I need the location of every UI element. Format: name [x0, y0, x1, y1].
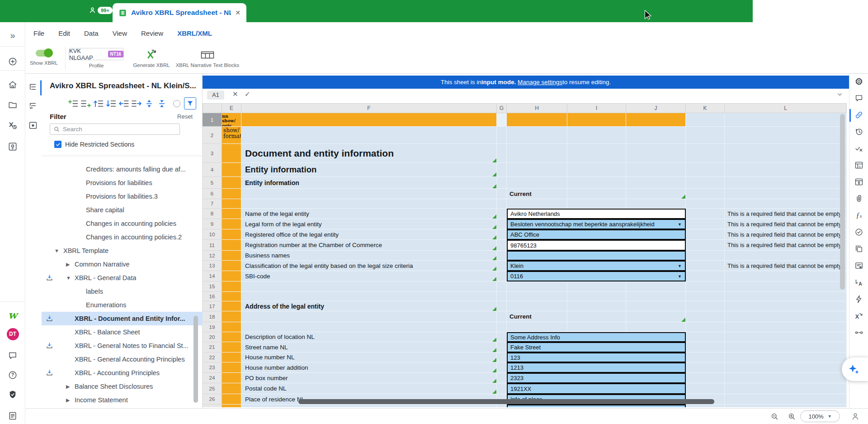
cell-K[interactable]	[686, 199, 725, 209]
cell-F-label[interactable]	[241, 292, 497, 301]
value-input[interactable]: 1213	[507, 362, 686, 373]
cell-K[interactable]	[686, 219, 725, 229]
cell-K[interactable]	[686, 405, 725, 407]
cell-I[interactable]	[567, 199, 626, 209]
validation-icon[interactable]	[849, 141, 868, 156]
quick-actions-icon[interactable]	[849, 291, 868, 307]
cell-E[interactable]	[222, 405, 241, 407]
vertical-scrollbar[interactable]	[840, 114, 845, 290]
row-number[interactable]: 25	[203, 383, 222, 394]
tree-item[interactable]: ▶Common Narrative	[42, 257, 203, 271]
cell-J[interactable]	[626, 127, 686, 144]
cell-J[interactable]	[626, 281, 686, 292]
column-header-E[interactable]: E	[222, 103, 241, 113]
tree-item[interactable]: Share capital	[42, 203, 203, 217]
row-number[interactable]: 8	[203, 209, 222, 219]
row-number[interactable]: 19	[203, 322, 222, 332]
history-icon[interactable]	[849, 124, 868, 139]
cell-K[interactable]	[686, 301, 725, 311]
release-notes-icon[interactable]	[0, 410, 25, 422]
cell-reference-box[interactable]: A1	[207, 91, 224, 100]
ai-assistant-button[interactable]	[842, 357, 868, 381]
cell-J[interactable]	[626, 163, 686, 177]
links-icon[interactable]	[849, 107, 868, 123]
cell-F-label[interactable]: Address of the legal entity	[241, 301, 497, 311]
filter-reset-button[interactable]: Reset	[177, 113, 193, 120]
chevron-right-icon[interactable]: ▶	[66, 262, 70, 267]
zoom-out-icon[interactable]	[770, 412, 779, 421]
cell-I[interactable]	[567, 189, 626, 199]
cell-F-label[interactable]: SBI-code	[241, 271, 497, 281]
cell-K[interactable]	[686, 292, 725, 301]
download-icon[interactable]	[45, 314, 54, 323]
cell-K[interactable]	[686, 383, 725, 394]
settings-icon[interactable]	[849, 74, 868, 89]
brand-w-icon[interactable]: w	[0, 308, 25, 321]
cell-G[interactable]	[497, 251, 507, 261]
cell-G[interactable]	[497, 373, 507, 383]
filter-toggle-button[interactable]	[184, 97, 196, 110]
cell-K[interactable]	[686, 163, 725, 177]
cell-E[interactable]	[222, 362, 241, 373]
cell-J[interactable]	[626, 301, 686, 311]
help-icon[interactable]: ?	[0, 369, 25, 381]
value-input[interactable]: 1921XX	[507, 383, 686, 394]
cell-H[interactable]	[507, 177, 567, 189]
row-number[interactable]: 17	[203, 301, 222, 311]
connections-icon[interactable]	[849, 325, 868, 340]
row-number[interactable]: 20	[203, 332, 222, 342]
menu-review[interactable]: Review	[141, 29, 163, 37]
chat-icon[interactable]	[0, 349, 25, 362]
dropdown-arrow-icon[interactable]: ▼	[678, 274, 682, 279]
checks-icon[interactable]	[849, 224, 868, 240]
cell-K[interactable]	[686, 127, 725, 144]
collapse-rows-icon[interactable]	[156, 99, 167, 109]
profile-selector[interactable]: KVK NLGAAP NT16	[69, 48, 124, 60]
comments-icon[interactable]	[849, 91, 868, 106]
cell-K[interactable]	[686, 281, 725, 292]
cell-K[interactable]	[686, 362, 725, 373]
expand-rows-icon[interactable]	[143, 99, 155, 109]
cell-J[interactable]	[626, 311, 686, 322]
panel-scrollbar[interactable]	[193, 316, 198, 403]
cell-G[interactable]	[497, 199, 507, 209]
cell-G[interactable]	[497, 240, 507, 251]
cell-G[interactable]	[497, 209, 507, 219]
cell-F-label[interactable]: Legal form of the legal entity	[241, 219, 497, 229]
cell-K[interactable]	[686, 271, 725, 281]
insights-icon[interactable]	[0, 140, 25, 153]
tree-item[interactable]: Provisions for liabilities.3	[42, 190, 203, 203]
download-icon[interactable]	[45, 341, 54, 350]
cell-K[interactable]	[686, 240, 725, 251]
zoom-in-icon[interactable]	[788, 412, 796, 421]
row-number[interactable]: 11	[203, 240, 222, 251]
cell-E[interactable]: nn show/ ogic	[222, 113, 241, 127]
menu-edit[interactable]: Edit	[58, 29, 70, 37]
cell-J[interactable]	[626, 199, 686, 209]
cell-K[interactable]	[686, 209, 725, 219]
chevron-down-icon[interactable]	[837, 91, 843, 97]
cell-E[interactable]	[222, 163, 241, 177]
search-input[interactable]	[63, 126, 167, 133]
cell-G[interactable]	[497, 311, 507, 322]
value-input[interactable]	[507, 405, 686, 407]
value-input[interactable]: 123	[507, 353, 686, 362]
cell-G[interactable]	[497, 177, 507, 189]
cell-G[interactable]	[497, 271, 507, 281]
cell-I[interactable]	[567, 144, 626, 163]
account-icon[interactable]	[851, 412, 860, 421]
horizontal-scrollbar[interactable]	[298, 399, 714, 404]
indent-icon[interactable]	[131, 99, 142, 109]
cell-E[interactable]: show/ format	[222, 127, 241, 144]
cell-K[interactable]	[686, 322, 725, 332]
cell-E[interactable]	[222, 383, 241, 394]
cell-I[interactable]	[567, 311, 626, 322]
cell-E[interactable]	[222, 342, 241, 353]
cell-E[interactable]	[222, 322, 241, 332]
cell-G[interactable]	[497, 281, 507, 292]
translate-icon[interactable]: xA	[849, 275, 868, 290]
tree-item[interactable]: ▼XBRL - General Data	[42, 271, 203, 285]
move-up-icon[interactable]	[93, 99, 104, 109]
formulas-icon[interactable]: ƒx	[849, 208, 868, 223]
cell-I[interactable]	[567, 322, 626, 332]
